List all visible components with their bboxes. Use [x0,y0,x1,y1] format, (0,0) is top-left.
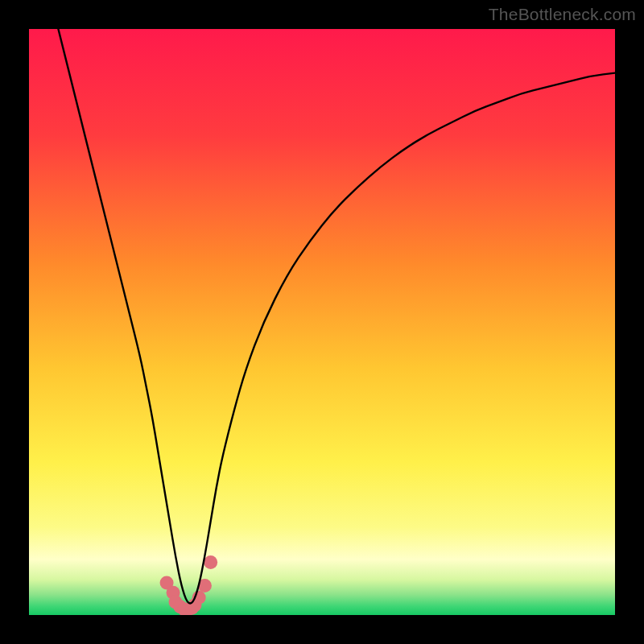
marker-dot [204,555,217,569]
plot-area [29,29,615,615]
chart-frame: TheBottleneck.com [0,0,644,644]
gradient-background [29,29,615,615]
chart-svg [29,29,615,615]
watermark-text: TheBottleneck.com [489,5,636,24]
